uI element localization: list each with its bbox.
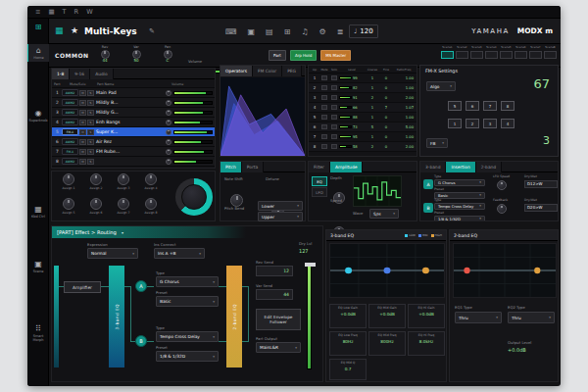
scene-button-scene8[interactable]: Scene8 <box>544 46 557 59</box>
ins-b-type-select[interactable]: Tempo Cross Delay <box>156 331 219 342</box>
op-solo-button[interactable] <box>331 75 337 80</box>
expression-select[interactable]: Normal <box>87 248 138 259</box>
ins-b-node[interactable]: B <box>135 335 147 347</box>
amplifier-block[interactable]: Amplifier <box>64 281 101 293</box>
assign-knob-8[interactable]: Assign 8 <box>138 198 164 215</box>
ins-connect-select[interactable]: Ins A +B <box>154 248 205 259</box>
tab-pitch[interactable]: Pitch <box>220 162 242 172</box>
operator-row[interactable]: 588101.00 <box>309 113 416 122</box>
nav-superknob[interactable]: ◉Superknob <box>27 107 49 124</box>
var-send-value[interactable]: 44 <box>256 289 293 300</box>
part-solo-button[interactable]: S <box>87 129 94 135</box>
part-row[interactable]: 7FM-XMSFM Rube... <box>52 147 215 157</box>
operator-row[interactable]: 282101.00 <box>309 83 416 93</box>
eq3-block[interactable]: 3-band EQ <box>109 266 124 368</box>
part-mute-button[interactable]: M <box>79 159 86 165</box>
operator-row[interactable]: 199101.00 <box>309 74 416 83</box>
tempo-value[interactable]: 120 <box>360 27 372 35</box>
keyboard-icon[interactable]: ⌨ <box>225 27 237 36</box>
part-mute-button[interactable]: M <box>79 100 86 106</box>
assign-knob-3[interactable]: Assign 3 <box>111 173 136 190</box>
eq-param-eq-mid-q[interactable]: EQ Mid Q0.7 <box>329 359 367 380</box>
toggle-part[interactable]: Part <box>269 50 286 61</box>
rev-send-value[interactable]: 12 <box>256 266 293 276</box>
part-mute-button[interactable]: M <box>79 149 86 155</box>
performance-title[interactable]: Multi-Keys <box>84 26 137 36</box>
fx-type-select[interactable]: Tempo Cross Delay <box>434 203 485 211</box>
assign-knob-2[interactable]: Assign 2 <box>83 173 109 190</box>
scene-button-scene2[interactable]: Scene2 <box>456 46 468 59</box>
dry-level-slider[interactable] <box>307 264 312 369</box>
part-volume-slider[interactable] <box>173 160 213 164</box>
eq3-graph[interactable] <box>329 243 445 298</box>
tab-2-band[interactable]: 2-band <box>476 162 502 172</box>
assign-knob-1[interactable]: Assign 1 <box>56 173 81 190</box>
part-volume-slider[interactable] <box>173 111 213 115</box>
part-knob[interactable] <box>166 159 172 165</box>
common-knob-rev[interactable]: Rev44 <box>94 45 116 64</box>
nav-performance[interactable]: ⊞ <box>27 21 49 34</box>
eq2-graph[interactable] <box>453 243 557 298</box>
fx-drywet-value[interactable]: D20>W <box>524 204 558 212</box>
settings-icon[interactable]: ⚙ <box>319 27 326 36</box>
op-mute-button[interactable] <box>321 134 327 139</box>
assign-knob-5[interactable]: Assign 5 <box>56 198 81 215</box>
part-solo-button[interactable]: S <box>87 90 94 96</box>
common-knob-var[interactable]: Var50 <box>125 45 147 64</box>
part-knob[interactable] <box>166 139 172 145</box>
part-mute-button[interactable]: M <box>79 110 86 116</box>
folder-icon[interactable]: ▤ <box>266 27 273 36</box>
fx-type-select[interactable]: G Chorus <box>434 179 485 187</box>
op-mute-button[interactable] <box>321 85 327 90</box>
part-knob[interactable] <box>166 129 172 135</box>
scene-button-scene3[interactable]: Scene3 <box>470 46 483 59</box>
nav-kbd-ctrl[interactable]: ▦Kbd Ctrl <box>27 203 49 220</box>
part-volume-slider[interactable] <box>173 150 213 154</box>
tab-3-band[interactable]: 3-band <box>420 162 446 172</box>
op-solo-button[interactable] <box>331 144 337 149</box>
eq2-block[interactable]: 2-band EQ <box>226 266 242 368</box>
part-output-select[interactable]: MainL&R <box>256 342 301 353</box>
favorite-star-icon[interactable]: ★ <box>71 25 78 35</box>
eq-param-eq-hi-gain[interactable]: EQ Hi Gain+0.0dB <box>408 304 445 328</box>
apps-icon[interactable]: ⊞ <box>284 27 291 36</box>
dry-level-handle[interactable] <box>305 263 316 267</box>
op-mute-button[interactable] <box>321 105 327 110</box>
toggle-arp-hold[interactable]: Arp Hold <box>290 50 317 61</box>
part-volume-slider[interactable] <box>173 130 213 134</box>
op-solo-button[interactable] <box>331 115 337 120</box>
edit-name-icon[interactable]: ✎ <box>149 27 155 35</box>
tab-peg[interactable]: PEG <box>282 66 302 76</box>
toggle-ms-master[interactable]: MS Master <box>320 50 351 61</box>
tab-porta[interactable]: Porta <box>242 162 264 172</box>
part-row[interactable]: 8AWM2MS <box>52 157 215 167</box>
scene-button-scene6[interactable]: Scene6 <box>514 46 527 59</box>
part-solo-button[interactable]: S <box>87 120 94 125</box>
eq-param-eq-mid-freq[interactable]: EQ Mid Freq800Hz <box>368 331 406 356</box>
tab-1-8[interactable]: 1-8 <box>52 69 70 79</box>
menu-icon[interactable]: ≡ <box>35 8 40 16</box>
operator-row[interactable]: 466171.07 <box>309 103 416 113</box>
part-row[interactable]: 1AWM2MSMain Pad <box>52 88 215 98</box>
eq2-type-select[interactable]: Thru <box>508 312 555 323</box>
op-solo-button[interactable] <box>331 124 337 129</box>
algo-select[interactable]: Algo <box>426 81 456 91</box>
fx-preset-select[interactable]: 1/8 & 1/32D <box>434 216 485 222</box>
op-mute-button[interactable] <box>321 144 327 149</box>
op-mute-button[interactable] <box>321 75 327 80</box>
routing-header[interactable]: [PART] Effect > Routing <box>52 226 246 238</box>
operator-row[interactable]: 858202.00 <box>309 142 416 152</box>
nav-home[interactable]: ⌂Home <box>27 44 49 62</box>
subtab-lfo[interactable]: LFO <box>312 187 327 197</box>
tab-operators[interactable]: Operators <box>220 66 253 76</box>
tool-t-icon[interactable]: T <box>63 8 67 16</box>
feedback-select[interactable]: FB <box>426 138 448 148</box>
assign-knob-7[interactable]: Assign 7 <box>111 198 136 215</box>
part-volume-slider[interactable] <box>173 101 213 105</box>
tool-r-icon[interactable]: R <box>74 8 79 16</box>
edit-envelope-follower-button[interactable]: Edit Envelope Follower <box>256 309 301 330</box>
mixer-icon[interactable]: ≣ <box>337 27 344 36</box>
tab-insertion[interactable]: Insertion <box>446 162 475 172</box>
tab-9-16[interactable]: 9-16 <box>70 69 90 79</box>
tempo-box[interactable]: ♩ 120 <box>349 24 378 38</box>
